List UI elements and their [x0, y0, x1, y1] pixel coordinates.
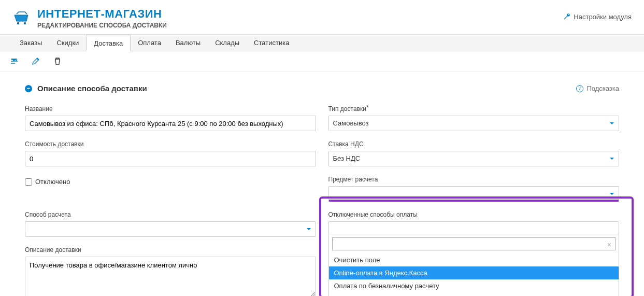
svg-point-0 — [17, 22, 19, 24]
type-label: Тип доставки — [328, 105, 620, 112]
info-icon: i — [576, 85, 583, 92]
vat-label: Ставка НДС — [328, 140, 620, 148]
clear-input-icon[interactable]: × — [607, 241, 611, 249]
cost-input[interactable] — [25, 151, 316, 166]
tab-delivery[interactable]: Доставка — [86, 35, 131, 51]
type-select[interactable]: Самовывоз — [328, 116, 620, 131]
dropdown-clear-field[interactable]: Очистить поле — [329, 253, 619, 266]
name-input[interactable] — [25, 116, 316, 131]
collapse-section-icon[interactable]: − — [25, 85, 32, 92]
dropdown-option-1[interactable]: Оплата по безналичному расчету — [329, 279, 619, 292]
trash-icon[interactable] — [53, 57, 62, 66]
form-content: − Описание способа доставки i Подсказка … — [0, 72, 644, 296]
desc-textarea[interactable] — [25, 257, 316, 296]
tab-discounts[interactable]: Скидки — [49, 35, 86, 51]
dropdown-search-input[interactable] — [332, 237, 616, 250]
dropdown-option-2[interactable]: Оплата при получении — [329, 292, 619, 296]
name-label: Название — [25, 105, 316, 112]
edit-icon[interactable] — [31, 57, 40, 66]
subject-select[interactable] — [328, 186, 620, 202]
hint-link[interactable]: i Подсказка — [576, 84, 619, 92]
tab-statistics[interactable]: Статистика — [247, 35, 296, 51]
tab-orders[interactable]: Заказы — [12, 35, 49, 51]
dropdown-option-0[interactable]: Online-оплата в Яндекс.Касса — [329, 266, 619, 279]
method-label: Способ расчета — [25, 211, 316, 218]
module-settings-link[interactable]: Настройки модуля — [563, 12, 632, 21]
disabled-label: Отключено — [35, 178, 70, 186]
method-select[interactable] — [25, 221, 316, 237]
dropdown-panel: × Очистить поле Online-оплата в Яндекс.К… — [328, 234, 620, 296]
main-tabs: Заказы Скидки Доставка Оплата Валюты Скл… — [0, 34, 644, 51]
wrench-icon — [563, 12, 570, 21]
tab-warehouses[interactable]: Склады — [208, 35, 247, 51]
desc-label: Описание доставки — [25, 246, 316, 253]
page-header: ИНТЕРНЕТ-МАГАЗИН РЕДАКТИРОВАНИЕ СПОСОБА … — [0, 0, 644, 34]
collapse-all-icon[interactable] — [9, 57, 19, 66]
app-subtitle: РЕДАКТИРОВАНИЕ СПОСОБА ДОСТАВКИ — [37, 22, 167, 29]
disabled-checkbox[interactable] — [25, 178, 32, 186]
vat-select[interactable]: Без НДС — [328, 151, 620, 166]
section-title: Описание способа доставки — [37, 84, 147, 93]
subject-label: Предмет расчета — [328, 176, 620, 183]
tab-currencies[interactable]: Валюты — [168, 35, 208, 51]
tab-payment[interactable]: Оплата — [131, 35, 168, 51]
cost-label: Стоимость доставки — [25, 140, 316, 148]
cart-logo-icon — [12, 11, 31, 25]
toolbar — [0, 51, 644, 72]
svg-point-1 — [24, 22, 26, 24]
disabled-payments-label: Отключенные способы оплаты — [328, 211, 620, 218]
app-title: ИНТЕРНЕТ-МАГАЗИН — [37, 7, 167, 21]
